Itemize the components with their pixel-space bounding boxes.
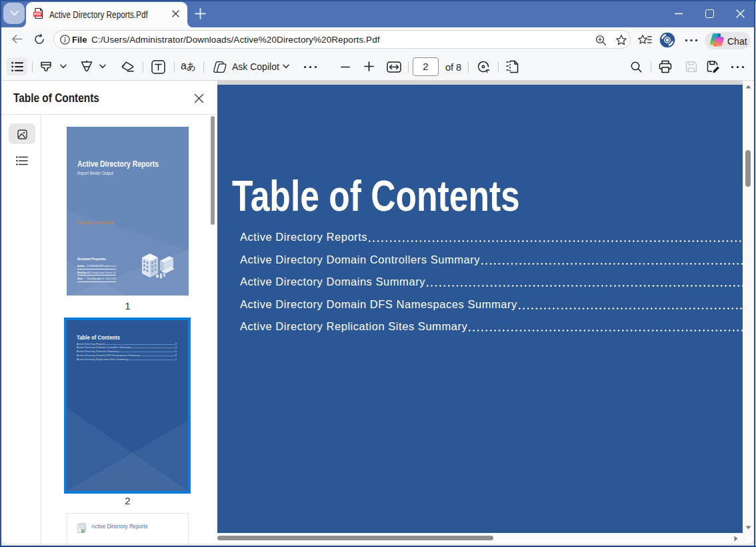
svg-text:PDF: PDF	[34, 12, 42, 16]
